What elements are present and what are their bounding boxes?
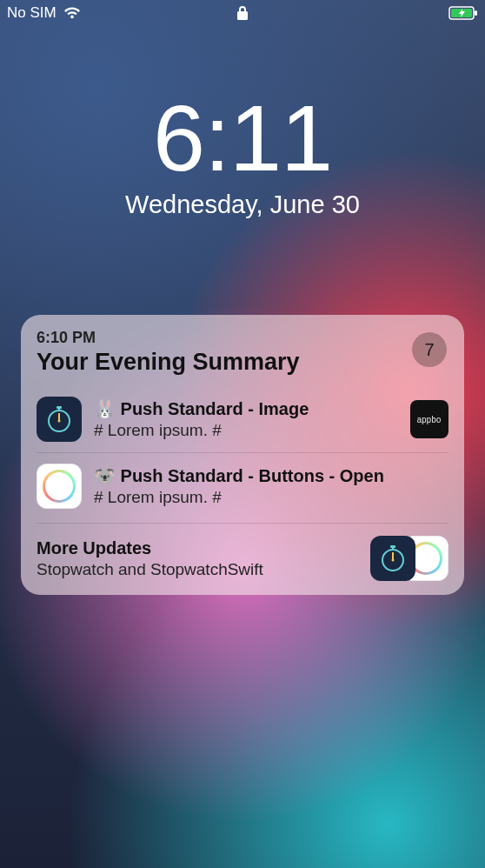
more-updates-subtitle: Stopwatch and StopwatchSwift	[37, 560, 360, 579]
notification-title: 🐰 Push Standard - Image	[94, 398, 398, 419]
notification-title-text: Push Standard - Buttons - Open	[121, 466, 384, 485]
notification-title-text: Push Standard - Image	[121, 399, 309, 418]
svg-point-7	[58, 420, 61, 423]
battery-charging-icon	[448, 6, 478, 20]
notification-item[interactable]: 🐰 Push Standard - Image # Lorem ipsum. #…	[37, 386, 448, 452]
status-left: No SIM	[7, 4, 81, 22]
wifi-icon	[63, 7, 81, 20]
notification-body: 🐨 Push Standard - Buttons - Open # Lorem…	[94, 465, 448, 507]
summary-timestamp: 6:10 PM	[37, 329, 448, 347]
svg-rect-4	[56, 406, 62, 409]
notification-emoji: 🐨	[94, 466, 116, 485]
summary-header: 6:10 PM Your Evening Summary 7	[37, 329, 448, 376]
lock-icon	[237, 6, 248, 20]
notification-summary-card[interactable]: 6:10 PM Your Evening Summary 7 🐰 Push St…	[21, 315, 464, 595]
notification-text: # Lorem ipsum. #	[94, 488, 448, 507]
notification-title: 🐨 Push Standard - Buttons - Open	[94, 465, 448, 486]
clock-date: Wednesday, June 30	[0, 190, 485, 219]
svg-rect-1	[475, 10, 477, 16]
notification-body: 🐰 Push Standard - Image # Lorem ipsum. #	[94, 398, 398, 440]
more-updates-icons: b	[370, 536, 448, 581]
thumbnail-label: appbo	[417, 415, 442, 424]
notification-text: # Lorem ipsum. #	[94, 421, 398, 440]
carrier-label: No SIM	[7, 4, 56, 22]
swift-letter: b	[54, 477, 64, 497]
status-bar: No SIM	[0, 0, 485, 26]
lock-screen-clock: 6:11 Wednesday, June 30	[0, 91, 485, 219]
more-updates-row[interactable]: More Updates Stopwatch and StopwatchSwif…	[37, 523, 448, 581]
app-icon-stopwatch	[370, 536, 415, 581]
notification-item[interactable]: b 🐨 Push Standard - Buttons - Open # Lor…	[37, 452, 448, 519]
summary-count-badge[interactable]: 7	[412, 332, 447, 367]
app-icon-stopwatch	[37, 397, 82, 442]
more-updates-text: More Updates Stopwatch and StopwatchSwif…	[37, 538, 360, 579]
svg-point-12	[392, 559, 395, 562]
notification-emoji: 🐰	[94, 399, 116, 418]
more-updates-title: More Updates	[37, 538, 360, 558]
summary-title: Your Evening Summary	[37, 349, 448, 376]
notification-thumbnail: appbo	[410, 400, 448, 438]
clock-time: 6:11	[0, 91, 485, 185]
app-icon-stopwatch-swift: b	[37, 464, 82, 509]
svg-rect-9	[390, 545, 395, 548]
swift-letter: b	[421, 549, 431, 569]
